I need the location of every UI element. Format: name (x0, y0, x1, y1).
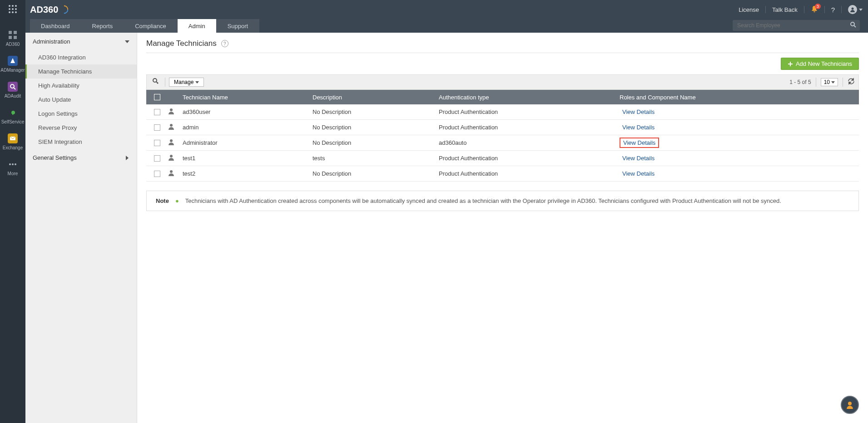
separator (765, 6, 766, 13)
rail-selfservice[interactable]: SelfService (0, 103, 25, 129)
notifications-button[interactable]: 3 (811, 5, 818, 14)
row-checkbox[interactable] (154, 124, 160, 131)
svg-point-6 (9, 11, 10, 13)
license-link[interactable]: License (739, 6, 759, 13)
rail-admanager[interactable]: ADManager (0, 51, 25, 77)
pagesize-dropdown[interactable]: 10 (821, 78, 838, 86)
row-checkbox[interactable] (154, 171, 160, 177)
rail-more[interactable]: More (0, 155, 25, 181)
assistant-fab[interactable] (841, 396, 859, 414)
rail-exchange[interactable]: Exchange (0, 129, 25, 155)
tab-admin[interactable]: Admin (178, 19, 217, 33)
lp-siem-integration[interactable]: SIEM Integration (25, 135, 137, 149)
svg-point-7 (12, 11, 14, 13)
user-icon (168, 170, 174, 176)
svg-point-35 (170, 108, 173, 111)
cell-auth: Product Authentication (439, 108, 620, 115)
svg-point-36 (170, 124, 173, 127)
svg-line-23 (854, 25, 856, 27)
page-help-icon[interactable]: ? (221, 40, 228, 47)
view-details-link[interactable]: View Details (620, 169, 657, 178)
section-label: Administration (33, 38, 70, 45)
row-checkbox[interactable] (154, 109, 160, 115)
chevron-down-icon (859, 8, 863, 11)
rail-ad360[interactable]: AD360 (0, 25, 25, 51)
administration-section[interactable]: Administration (25, 33, 137, 50)
tab-dashboard[interactable]: Dashboard (30, 19, 81, 33)
apps-grid-icon[interactable] (7, 4, 18, 15)
manage-dropdown[interactable]: Manage (169, 78, 204, 87)
user-menu[interactable] (848, 5, 863, 14)
help-button[interactable]: ? (831, 6, 835, 14)
manage-label: Manage (174, 79, 193, 85)
view-details-link[interactable]: View Details (620, 154, 657, 162)
refresh-button[interactable] (848, 78, 855, 87)
view-details-link[interactable]: View Details (620, 123, 657, 132)
svg-marker-13 (10, 58, 15, 63)
table-row: test1testsProduct AuthenticationView Det… (146, 151, 859, 166)
svg-rect-10 (14, 31, 17, 34)
cell-name: test2 (181, 170, 312, 177)
table-search-icon[interactable] (150, 77, 161, 88)
svg-rect-12 (14, 36, 17, 39)
left-panel: Administration AD360 Integration Manage … (25, 33, 137, 423)
page-title-row: Manage Technicians ? (146, 39, 859, 53)
table-row: test2No DescriptionProduct Authenticatio… (146, 166, 859, 182)
col-auth-type[interactable]: Authentication type (439, 94, 620, 101)
search-icon[interactable] (846, 21, 860, 30)
bullet-icon: ● (175, 197, 179, 204)
table-toolbar: Manage 1 - 5 of 5 10 (146, 74, 859, 90)
lp-logon-settings[interactable]: Logon Settings (25, 107, 137, 121)
svg-rect-9 (9, 31, 12, 34)
lp-reverse-proxy[interactable]: Reverse Proxy (25, 121, 137, 135)
svg-marker-24 (125, 40, 129, 43)
tab-reports[interactable]: Reports (81, 19, 124, 33)
search-employee[interactable] (733, 20, 860, 31)
cell-auth: Product Authentication (439, 170, 620, 177)
row-checkbox[interactable] (154, 140, 160, 146)
col-technician-name[interactable]: Technician Name (181, 94, 312, 101)
lp-manage-technicians[interactable]: Manage Technicians (25, 64, 137, 79)
tab-support[interactable]: Support (217, 19, 260, 33)
svg-marker-25 (126, 156, 129, 160)
svg-point-3 (9, 8, 10, 10)
svg-point-28 (153, 79, 157, 82)
table-body: ad360userNo DescriptionProduct Authentic… (146, 104, 859, 182)
svg-point-39 (170, 170, 173, 173)
cell-name: admin (181, 124, 312, 131)
cell-desc: No Description (312, 170, 439, 177)
search-input[interactable] (733, 22, 846, 29)
lp-ad360-integration[interactable]: AD360 Integration (25, 50, 137, 64)
brand-logo[interactable]: AD360 (30, 5, 69, 15)
table-row: AdministratorNo Descriptionad360autoView… (146, 135, 859, 151)
pager-text: 1 - 5 of 5 (789, 79, 811, 85)
svg-line-30 (157, 83, 158, 84)
lp-auto-update[interactable]: Auto Update (25, 93, 137, 107)
notif-badge: 3 (815, 4, 821, 9)
svg-rect-11 (9, 36, 12, 39)
svg-line-15 (14, 88, 15, 89)
lp-high-availability[interactable]: High Availability (25, 79, 137, 93)
avatar-icon (848, 5, 857, 14)
chevron-down-icon (831, 80, 835, 84)
col-roles[interactable]: Roles and Component Name (620, 94, 859, 101)
view-details-link[interactable]: View Details (620, 138, 659, 148)
separator (816, 78, 816, 87)
svg-point-20 (852, 8, 854, 10)
rail-adaudit[interactable]: ADAudit (0, 77, 25, 103)
svg-point-17 (9, 163, 11, 165)
general-settings-section[interactable]: General Settings (25, 149, 137, 167)
separator (843, 78, 843, 87)
select-all-checkbox[interactable] (154, 94, 160, 100)
rail-label: Exchange (3, 145, 23, 150)
talkback-link[interactable]: Talk Back (772, 6, 798, 13)
view-details-link[interactable]: View Details (620, 108, 657, 116)
rail-label: AD360 (6, 42, 20, 47)
tab-compliance[interactable]: Compliance (124, 19, 178, 33)
svg-point-1 (12, 5, 14, 7)
table-row: adminNo DescriptionProduct Authenticatio… (146, 120, 859, 135)
col-description[interactable]: Description (312, 94, 439, 101)
add-technicians-button[interactable]: Add New Technicians (781, 58, 859, 70)
rail-label: ADAudit (5, 93, 21, 98)
row-checkbox[interactable] (154, 155, 160, 162)
